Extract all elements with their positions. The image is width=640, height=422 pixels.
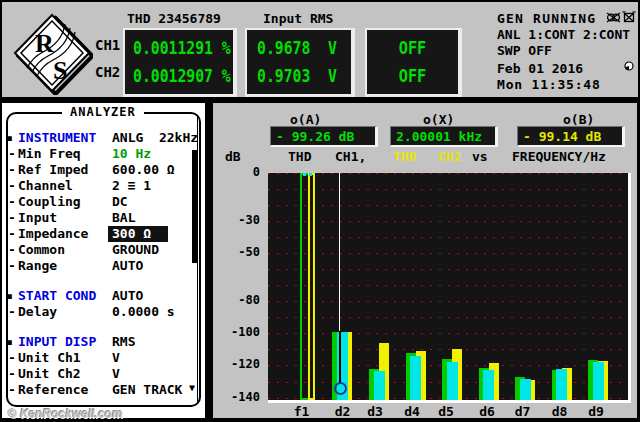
instrument-screen: R S CH1 CH2 THD 23456789 0.0011291 % 0.0… xyxy=(0,0,640,422)
menu-item-min-freq[interactable]: -Min Freq10 Hz xyxy=(6,146,198,162)
gridline--60db xyxy=(268,269,628,270)
legend-trace1: THD xyxy=(288,149,311,164)
aux-ch2-value: OFF xyxy=(374,67,451,85)
aux-ch1-value: OFF xyxy=(374,39,451,57)
cursor-b-label: o(B) xyxy=(563,112,594,127)
rms-ch2-value: 0.9703 V xyxy=(257,67,334,85)
menu-item-unit-ch2[interactable]: -Unit Ch2V xyxy=(6,366,198,382)
cursor-line-upper xyxy=(339,173,341,331)
gridline--50db xyxy=(268,253,628,254)
cursor-b-readout: - 99.14 dB xyxy=(517,126,625,147)
menu-item-impedance[interactable]: -Impedance300 Ω xyxy=(6,226,198,242)
menu-scrollbar-track[interactable] xyxy=(197,116,198,404)
menu-item-label: Unit Ch1 xyxy=(18,350,81,366)
menu-item-delay[interactable]: -Delay0.0000 s xyxy=(6,304,198,320)
menu-item-instrument[interactable]: ■INSTRUMENTANLG 22kHz xyxy=(6,130,198,146)
menu-scroll-down-arrow[interactable]: ▼ xyxy=(189,381,195,395)
legend-vs: vs xyxy=(472,149,488,164)
pie-clock-icon xyxy=(624,61,634,71)
x-tick-d2: d2 xyxy=(335,404,351,419)
menu-item-unit-ch1[interactable]: -Unit Ch1V xyxy=(6,350,198,366)
gridline--20db xyxy=(268,205,628,206)
item-bullet-icon: - xyxy=(8,242,16,258)
input-rms-display: 0.9678 V 0.9703 V xyxy=(245,28,355,97)
menu-item-channel[interactable]: -Channel2 ≡ 1 xyxy=(6,178,198,194)
menu-item-common[interactable]: -CommonGROUND xyxy=(6,242,198,258)
bar-d9-cyan xyxy=(593,362,604,400)
section-bullet-icon: ■ xyxy=(7,335,12,351)
rohde-schwarz-logo-icon: R S xyxy=(13,13,93,95)
gridline--110db xyxy=(268,349,628,350)
menu-item-label: Channel xyxy=(18,178,73,194)
menu-item-label: Impedance xyxy=(18,226,88,242)
cursor-marker-circle xyxy=(334,382,347,395)
y-axis-unit-label: dB xyxy=(225,149,241,164)
logo-letter-s: S xyxy=(53,56,67,85)
menu-item-input-disp[interactable]: ■INPUT DISPRMS xyxy=(6,334,198,350)
swp-status: SWP OFF xyxy=(497,43,552,58)
menu-item-value: AUTO xyxy=(112,258,143,274)
menu-item-value: GROUND xyxy=(112,242,159,258)
bar-d7-cyan xyxy=(520,379,531,400)
crossed-rings-icon xyxy=(606,10,621,25)
cursor-x-readout: 2.00001 kHz xyxy=(390,126,498,147)
input-rms-label: Input RMS xyxy=(263,11,333,26)
item-bullet-icon: - xyxy=(8,146,16,162)
menu-item-value: 0.0000 s xyxy=(112,304,175,320)
gridline--100db xyxy=(268,333,628,334)
menu-item-label: Delay xyxy=(18,304,57,320)
bar-f1-ch2-outline xyxy=(308,173,315,400)
menu-item-value: 300 Ω xyxy=(108,226,168,242)
x-tick-d8: d8 xyxy=(552,404,568,419)
rms-ch1-value: 0.9678 V xyxy=(257,39,334,57)
crossed-box-icon xyxy=(622,10,636,25)
menu-item-value: RMS xyxy=(112,334,135,350)
top-status-bar: R S CH1 CH2 THD 23456789 0.0011291 % 0.0… xyxy=(2,2,638,97)
menu-item-label: Ref Imped xyxy=(18,162,88,178)
menu-item-label: Input xyxy=(18,210,57,226)
logo-letter-r: R xyxy=(35,29,54,58)
gridline--10db xyxy=(268,189,628,190)
menu-item-start-cond[interactable]: ■START CONDAUTO xyxy=(6,288,198,304)
menu-item-range[interactable]: -RangeAUTO xyxy=(6,258,198,274)
item-bullet-icon: - xyxy=(8,210,16,226)
menu-item-label: Common xyxy=(18,242,65,258)
y-tick--80: -80 xyxy=(218,293,260,307)
x-tick-d3: d3 xyxy=(367,404,383,419)
bar-d8-cyan xyxy=(556,369,567,400)
menu-item-label: Unit Ch2 xyxy=(18,366,81,382)
y-tick--30: -30 xyxy=(218,213,260,227)
date-display: Feb 01 2016 xyxy=(497,61,583,76)
item-bullet-icon: - xyxy=(8,366,16,382)
thd-display: 0.0011291 % 0.0012907 % xyxy=(123,28,237,97)
menu-item-label: INSTRUMENT xyxy=(18,130,96,146)
x-tick-f1: f1 xyxy=(294,404,310,419)
menu-item-value: AUTO xyxy=(112,288,143,304)
cursor-line-lower xyxy=(339,331,341,383)
bar-d5-cyan xyxy=(447,362,458,400)
menu-item-reference[interactable]: -ReferenceGEN TRACK xyxy=(6,382,198,398)
menu-item-value: BAL xyxy=(112,210,135,226)
x-tick-d7: d7 xyxy=(515,404,531,419)
menu-item-ref-imped[interactable]: -Ref Imped600.00 Ω xyxy=(6,162,198,178)
menu-item-value: ANLG 22kHz xyxy=(112,130,198,146)
bar-f1-cyan-dash xyxy=(303,173,313,176)
legend-trace1-channel: CH1, xyxy=(335,149,366,164)
thd-ch1-value: 0.0011291 % xyxy=(133,39,215,57)
x-axis-title: FREQUENCY/Hz xyxy=(512,149,606,164)
x-tick-d6: d6 xyxy=(479,404,495,419)
item-bullet-icon: - xyxy=(8,304,16,320)
legend-trace2: THD xyxy=(393,149,416,164)
menu-item-input[interactable]: -InputBAL xyxy=(6,210,198,226)
gridline--40db xyxy=(268,237,628,238)
chart-area: o(A) o(X) o(B) - 99.26 dB 2.00001 kHz - … xyxy=(213,103,637,418)
gen-status: GEN RUNNING xyxy=(497,11,596,26)
menu-item-coupling[interactable]: -CouplingDC xyxy=(6,194,198,210)
menu-scrollbar-thumb[interactable] xyxy=(192,150,197,263)
menu-item-value: V xyxy=(112,350,120,366)
gridline--30db xyxy=(268,221,628,222)
bar-d3-cyan xyxy=(374,371,385,400)
section-bullet-icon: ■ xyxy=(7,289,12,305)
anl-status: ANL 1:CONT 2:CONT xyxy=(497,27,630,42)
menu-item-value: DC xyxy=(112,194,128,210)
